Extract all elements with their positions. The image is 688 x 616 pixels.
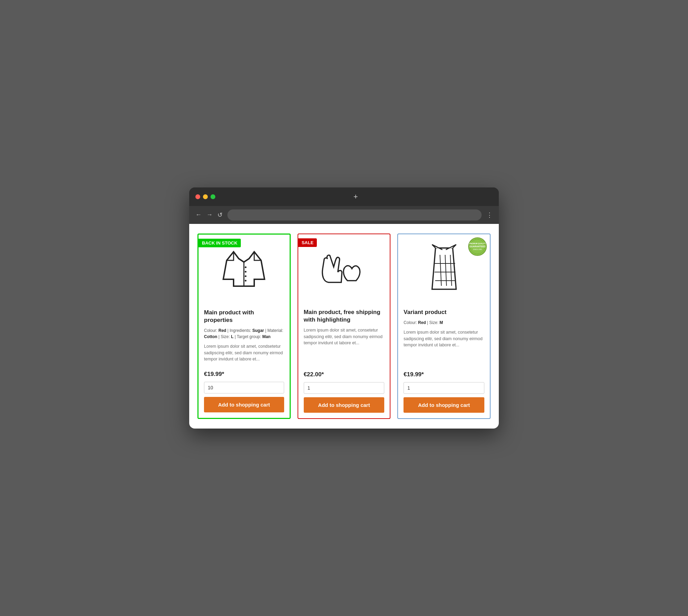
product-qty-input-1[interactable] (204, 382, 284, 393)
product-attrs-1: Colour: Red | Ingredients: Sugar | Mater… (204, 327, 284, 340)
product-price-1: €19.99* (204, 371, 284, 378)
product-card-2: SALE Main product, free shipping with hi… (298, 234, 391, 419)
product-info-3: Variant product Colour: Red | Size: M Lo… (398, 303, 490, 368)
add-to-cart-button-3[interactable]: Add to shopping cart (404, 397, 484, 413)
new-tab-button[interactable]: + (354, 192, 358, 201)
product-qty-input-3[interactable] (404, 382, 484, 394)
svg-point-2 (245, 275, 247, 277)
reload-button[interactable]: ↺ (217, 211, 223, 219)
product-card-3: PREMIUM QUALITY GUARANTEED SINCE 2000 (397, 234, 491, 419)
product-price-2: €22.00* (304, 371, 385, 378)
menu-button[interactable]: ⋮ (486, 211, 493, 219)
browser-content: BACK IN STOCK (189, 224, 499, 429)
product-title-1: Main product with properties (204, 309, 284, 324)
svg-point-1 (245, 271, 247, 272)
maximize-button[interactable] (211, 194, 215, 199)
traffic-lights (195, 194, 215, 199)
product-qty-input-2[interactable] (304, 382, 385, 394)
card-bottom-1: €19.99* Add to shopping cart (198, 368, 290, 418)
product-price-3: €19.99* (404, 371, 484, 378)
forward-button[interactable]: → (206, 211, 213, 218)
minimize-button[interactable] (203, 194, 208, 199)
svg-point-0 (245, 266, 247, 268)
back-button[interactable]: ← (195, 211, 202, 218)
product-info-2: Main product, free shipping with highlig… (298, 303, 390, 368)
chocolate-icon (417, 241, 472, 296)
jacket-icon (216, 241, 271, 296)
add-to-cart-button-1[interactable]: Add to shopping cart (204, 397, 284, 412)
tab-bar: + (219, 192, 493, 201)
browser-window: + ← → ↺ ⋮ BACK IN STOCK (189, 187, 499, 429)
card-bottom-2: €22.00* Add to shopping cart (298, 368, 390, 418)
svg-text:PREMIUM QUALITY: PREMIUM QUALITY (469, 242, 486, 244)
address-bar[interactable] (227, 209, 482, 220)
add-to-cart-button-2[interactable]: Add to shopping cart (304, 397, 385, 413)
product-title-2: Main product, free shipping with highlig… (304, 309, 385, 324)
product-desc-3: Lorem ipsum dolor sit amet, consetetur s… (404, 329, 484, 348)
svg-text:GUARANTEED: GUARANTEED (470, 245, 485, 248)
product-badge-1: BACK IN STOCK (198, 239, 241, 247)
browser-titlebar: + (189, 187, 499, 206)
product-desc-1: Lorem ipsum dolor sit amet, condsetetur … (204, 343, 284, 363)
product-badge-2: SALE (298, 238, 317, 247)
product-seal-3: PREMIUM QUALITY GUARANTEED SINCE 2000 (468, 237, 487, 256)
product-title-3: Variant product (404, 309, 484, 316)
svg-point-3 (245, 280, 247, 281)
product-card-1: BACK IN STOCK (197, 234, 291, 419)
card-bottom-3: €19.99* Add to shopping cart (398, 368, 490, 418)
svg-text:SINCE 2000: SINCE 2000 (473, 249, 482, 250)
browser-toolbar: ← → ↺ ⋮ (189, 206, 499, 224)
mittens-icon (316, 241, 372, 296)
product-desc-2: Lorem ipsum dolor sit amet, consetetur s… (304, 327, 385, 346)
products-grid: BACK IN STOCK (197, 234, 491, 419)
product-info-1: Main product with properties Colour: Red… (198, 303, 290, 368)
product-attrs-3: Colour: Red | Size: M (404, 320, 484, 326)
close-button[interactable] (195, 194, 200, 199)
